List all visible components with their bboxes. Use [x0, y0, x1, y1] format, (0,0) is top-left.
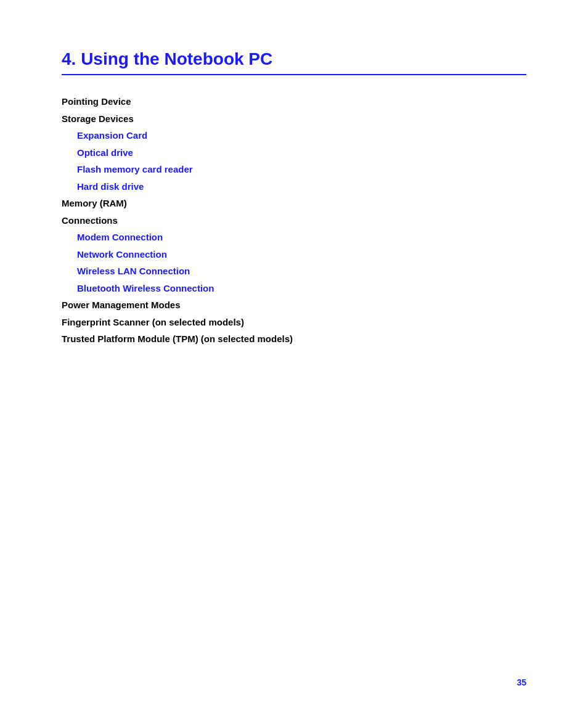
page-number: 35	[517, 677, 526, 687]
title-divider	[62, 74, 526, 75]
toc-item-14[interactable]: Fingerprint Scanner (on selected models)	[62, 314, 526, 330]
toc-item-2[interactable]: Storage Devices	[62, 111, 526, 127]
toc-item-1[interactable]: Pointing Device	[62, 94, 526, 110]
toc-item-13[interactable]: Power Management Modes	[62, 297, 526, 313]
toc-item-3[interactable]: Expansion Card	[77, 128, 526, 144]
toc-item-6[interactable]: Hard disk drive	[77, 179, 526, 195]
toc-item-8[interactable]: Connections	[62, 213, 526, 229]
toc-item-9[interactable]: Modem Connection	[77, 229, 526, 245]
toc-item-12[interactable]: Bluetooth Wireless Connection	[77, 280, 526, 297]
toc-item-7[interactable]: Memory (RAM)	[62, 195, 526, 211]
toc-item-15[interactable]: Trusted Platform Module (TPM) (on select…	[62, 331, 526, 347]
page-container: 4. Using the Notebook PC Pointing Device…	[0, 0, 588, 712]
chapter-title: 4. Using the Notebook PC	[62, 49, 526, 69]
toc-item-10[interactable]: Network Connection	[77, 247, 526, 263]
toc-section: Pointing DeviceStorage DevicesExpansion …	[62, 94, 526, 347]
toc-item-4[interactable]: Optical drive	[77, 145, 526, 161]
toc-item-5[interactable]: Flash memory card reader	[77, 162, 526, 178]
toc-item-11[interactable]: Wireless LAN Connection	[77, 263, 526, 279]
